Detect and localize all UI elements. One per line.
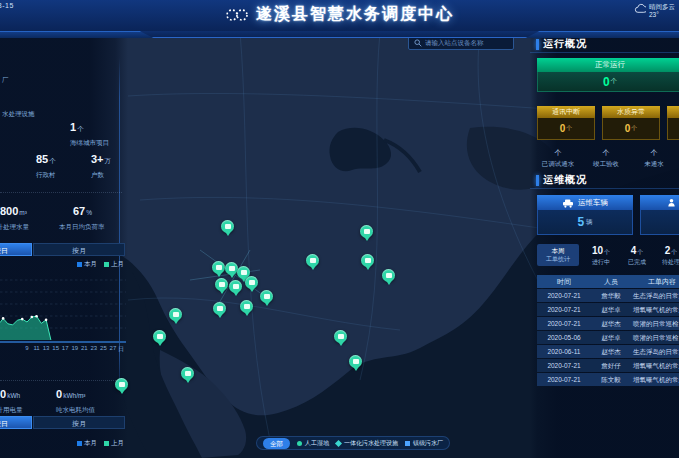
dashboard: 2020-08-15 遂溪县智慧水务调度中心 晴间多云 23° [0,0,679,458]
search-input[interactable] [425,39,508,46]
map-pin[interactable] [213,302,226,315]
map-pin[interactable] [361,254,374,267]
search-icon [414,39,422,47]
filter-integrated-facility[interactable]: 一体化污水处理设施 [336,439,398,448]
map-filter-bar: 全部 人工湿地 一体化污水处理设施 镇级污水厂 [256,436,450,450]
map-pin[interactable] [229,280,242,293]
weather-condition: 晴间多云 [649,3,675,11]
header-bar: 2020-08-15 遂溪县智慧水务调度中心 晴间多云 23° [0,0,679,32]
map-pin[interactable] [212,261,225,274]
map-pin[interactable] [349,355,362,368]
map-pin[interactable] [245,276,258,289]
map-pin[interactable] [334,330,347,343]
map-pin[interactable] [221,220,234,233]
weather-temperature: 23° [649,11,675,19]
facility-icon [335,439,342,446]
map-pin[interactable] [153,330,166,343]
filter-all[interactable]: 全部 [263,438,290,449]
weather-widget: 晴间多云 23° [634,3,675,19]
map-pin[interactable] [169,308,182,321]
map-pin[interactable] [240,300,253,313]
header-trapezoid [140,31,540,38]
map-pins [0,0,679,458]
filter-wetland[interactable]: 人工湿地 [297,439,329,448]
map-pin[interactable] [306,254,319,267]
map-pin[interactable] [115,378,128,391]
app-logo-icon [225,7,249,23]
filter-town-plant[interactable]: 镇级污水厂 [405,439,443,448]
map-pin[interactable] [360,225,373,238]
cloud-icon [634,3,646,14]
page-title: 遂溪县智慧水务调度中心 [256,4,454,25]
map-pin[interactable] [382,269,395,282]
wetland-icon [297,441,302,446]
map-pin[interactable] [215,278,228,291]
map-pin[interactable] [181,367,194,380]
plant-icon [405,441,410,446]
map-pin[interactable] [260,290,273,303]
